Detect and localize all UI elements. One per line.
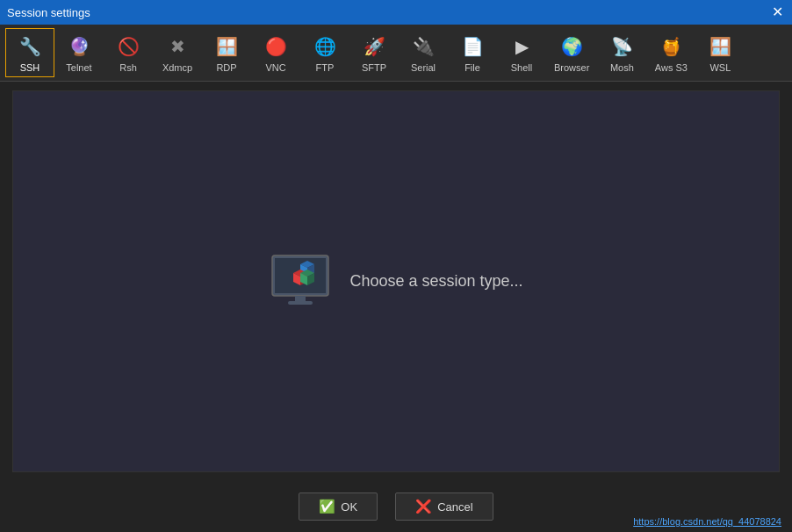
choose-prompt: Choose a session type... (269, 250, 522, 313)
ok-button[interactable]: ✅ OK (299, 492, 378, 521)
vnc-icon: 🔴 (262, 32, 290, 61)
session-item-browser[interactable]: 🌍Browser (546, 28, 597, 77)
choose-prompt-text: Choose a session type... (349, 272, 522, 291)
browser-label: Browser (554, 62, 589, 73)
session-item-serial[interactable]: 🔌Serial (399, 28, 448, 77)
awss3-label: Aws S3 (655, 62, 688, 73)
session-item-mosh[interactable]: 📡Mosh (597, 28, 646, 77)
serial-label: Serial (411, 62, 436, 73)
sftp-icon: 🚀 (360, 32, 388, 61)
mosh-label: Mosh (610, 62, 634, 73)
session-item-ftp[interactable]: 🌐FTP (300, 28, 349, 77)
session-item-telnet[interactable]: 🔮Telnet (54, 28, 104, 77)
ssh-label: SSH (20, 62, 40, 73)
session-item-awss3[interactable]: 🍯Aws S3 (646, 28, 695, 77)
sftp-label: SFTP (362, 62, 386, 73)
xdmcp-icon: ✖ (163, 32, 191, 61)
session-toolbar: 🔧SSH🔮Telnet🚫Rsh✖Xdmcp🪟RDP🔴VNC🌐FTP🚀SFTP🔌S… (0, 25, 792, 82)
rsh-label: Rsh (119, 62, 137, 73)
session-item-ssh[interactable]: 🔧SSH (5, 28, 54, 77)
file-icon: 📄 (458, 32, 486, 61)
cancel-button[interactable]: ❌ Cancel (395, 492, 493, 521)
session-item-sftp[interactable]: 🚀SFTP (349, 28, 399, 77)
rdp-label: RDP (216, 62, 236, 73)
vnc-label: VNC (265, 62, 285, 73)
svg-rect-3 (288, 301, 313, 305)
rdp-icon: 🪟 (212, 32, 241, 61)
ok-icon: ✅ (319, 499, 335, 514)
cancel-label: Cancel (437, 500, 472, 514)
footer-url: https://blog.csdn.net/qq_44078824 (633, 516, 781, 527)
session-item-shell[interactable]: ▶Shell (497, 28, 546, 77)
ok-label: OK (341, 500, 357, 514)
ftp-icon: 🌐 (311, 32, 339, 61)
close-button[interactable]: ✕ (769, 4, 785, 20)
title-bar-text: Session settings (7, 6, 90, 19)
session-item-file[interactable]: 📄File (448, 28, 497, 77)
footer: ✅ OK ❌ Cancel https://blog.csdn.net/qq_4… (0, 481, 792, 532)
svg-rect-2 (295, 296, 306, 302)
session-item-rsh[interactable]: 🚫Rsh (104, 28, 153, 77)
shell-icon: ▶ (508, 32, 536, 61)
ssh-icon: 🔧 (16, 32, 44, 61)
cancel-icon: ❌ (415, 499, 432, 514)
file-label: File (464, 62, 480, 73)
session-type-icon (269, 250, 332, 313)
main-window: 🔧SSH🔮Telnet🚫Rsh✖Xdmcp🪟RDP🔴VNC🌐FTP🚀SFTP🔌S… (0, 25, 792, 532)
telnet-icon: 🔮 (65, 32, 93, 61)
ftp-label: FTP (316, 62, 335, 73)
session-item-xdmcp[interactable]: ✖Xdmcp (153, 28, 202, 77)
rsh-icon: 🚫 (114, 32, 142, 61)
session-item-rdp[interactable]: 🪟RDP (202, 28, 251, 77)
title-bar: Session settings ✕ (0, 0, 792, 25)
browser-icon: 🌍 (558, 32, 586, 61)
shell-label: Shell (511, 62, 532, 73)
wsl-icon: 🪟 (706, 32, 734, 61)
xdmcp-label: Xdmcp (162, 62, 192, 73)
session-item-vnc[interactable]: 🔴VNC (251, 28, 300, 77)
session-item-wsl[interactable]: 🪟WSL (695, 28, 745, 77)
telnet-label: Telnet (66, 62, 91, 73)
wsl-label: WSL (709, 62, 731, 73)
awss3-icon: 🍯 (657, 32, 685, 61)
serial-icon: 🔌 (409, 32, 437, 61)
mosh-icon: 📡 (608, 32, 636, 61)
content-area: Choose a session type... (12, 90, 780, 472)
